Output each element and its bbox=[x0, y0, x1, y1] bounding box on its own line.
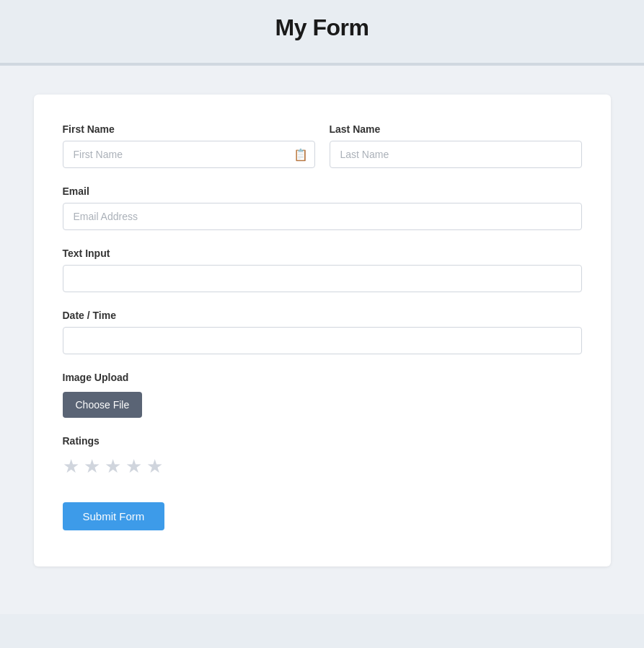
last-name-input[interactable] bbox=[330, 141, 582, 168]
ratings-label: Ratings bbox=[63, 435, 582, 447]
content-area: First Name 📋 Last Name Email Text Input … bbox=[0, 66, 644, 614]
file-input-wrapper: Choose File bbox=[63, 389, 582, 418]
last-name-group: Last Name bbox=[330, 123, 582, 168]
star-1[interactable]: ★ bbox=[63, 455, 79, 478]
star-5[interactable]: ★ bbox=[146, 455, 163, 478]
date-time-label: Date / Time bbox=[63, 310, 582, 321]
email-label: Email bbox=[63, 185, 582, 197]
date-time-input[interactable] bbox=[63, 327, 582, 354]
last-name-label: Last Name bbox=[330, 123, 582, 135]
ratings-group: Ratings ★ ★ ★ ★ ★ bbox=[63, 435, 582, 478]
text-input-group: Text Input bbox=[63, 248, 582, 292]
image-upload-group: Image Upload Choose File bbox=[63, 372, 582, 418]
page-header: My Form bbox=[0, 0, 644, 63]
star-2[interactable]: ★ bbox=[84, 455, 100, 478]
choose-file-button[interactable]: Choose File bbox=[63, 392, 143, 418]
email-group: Email bbox=[63, 185, 582, 230]
text-input-label: Text Input bbox=[63, 248, 582, 259]
stars-container: ★ ★ ★ ★ ★ bbox=[63, 455, 582, 478]
first-name-label: First Name bbox=[63, 123, 315, 135]
image-upload-label: Image Upload bbox=[63, 372, 582, 383]
form-card: First Name 📋 Last Name Email Text Input … bbox=[34, 95, 611, 566]
email-input[interactable] bbox=[63, 203, 582, 230]
date-time-group: Date / Time bbox=[63, 310, 582, 354]
page-title: My Form bbox=[0, 14, 644, 41]
star-3[interactable]: ★ bbox=[105, 455, 121, 478]
first-name-input[interactable] bbox=[63, 141, 315, 168]
first-name-group: First Name 📋 bbox=[63, 123, 315, 168]
text-input-field[interactable] bbox=[63, 265, 582, 292]
name-row: First Name 📋 Last Name bbox=[63, 123, 582, 168]
submit-button[interactable]: Submit Form bbox=[63, 502, 165, 530]
first-name-wrapper: 📋 bbox=[63, 141, 315, 168]
star-4[interactable]: ★ bbox=[125, 455, 142, 478]
